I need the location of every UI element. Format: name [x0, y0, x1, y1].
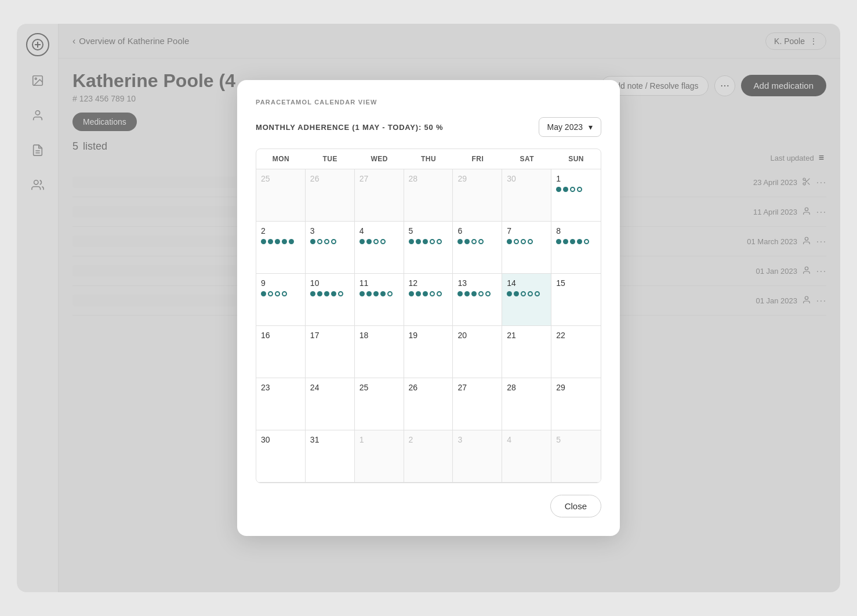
adherence-label: MONTHLY ADHERENCE (1 MAY - TODAY): 50 %	[256, 123, 443, 132]
calendar-day-number: 28	[409, 174, 448, 183]
calendar-cell[interactable]: 22	[551, 326, 601, 378]
calendar-cell[interactable]: 21	[502, 326, 551, 378]
filled-dot	[359, 239, 365, 244]
calendar-cell[interactable]: 2	[404, 430, 453, 483]
empty-dot	[282, 291, 287, 296]
empty-dot	[528, 291, 533, 296]
calendar-cell[interactable]: 5	[404, 222, 453, 274]
calendar-day-number: 14	[507, 278, 546, 288]
calendar-cell[interactable]: 30	[256, 430, 306, 483]
filled-dot	[275, 239, 280, 244]
calendar-day-number: 31	[310, 435, 350, 444]
empty-dot	[437, 291, 442, 296]
calendar-cell[interactable]: 5	[551, 430, 601, 483]
calendar-day-number: 30	[261, 435, 300, 444]
filled-dot	[324, 291, 329, 296]
calendar-cell[interactable]: 1	[551, 169, 601, 222]
calendar-day-number: 4	[507, 435, 546, 444]
empty-dot	[514, 239, 519, 244]
calendar-day-number: 27	[457, 383, 497, 392]
filled-dot	[409, 239, 414, 244]
calendar-cell[interactable]: 18	[355, 326, 404, 378]
calendar-cell[interactable]: 19	[404, 326, 453, 378]
calendar-cell[interactable]: 14	[502, 274, 551, 326]
calendar-cell[interactable]: 27	[453, 378, 502, 430]
calendar-cell[interactable]: 16	[256, 326, 306, 378]
month-selector[interactable]: May 2023 ▾	[539, 117, 601, 137]
calendar-day-number: 10	[310, 278, 350, 288]
empty-dot	[437, 239, 442, 244]
empty-dot	[331, 239, 336, 244]
calendar-cell[interactable]: 25	[256, 169, 306, 222]
filled-dot	[261, 291, 266, 296]
calendar-dots	[409, 239, 448, 244]
calendar-day-number: 17	[310, 331, 350, 340]
calendar-modal: PARACETAMOL CALENDAR VIEW MONTHLY ADHERE…	[237, 80, 620, 536]
empty-dot	[430, 239, 435, 244]
calendar-day-number: 16	[261, 331, 300, 340]
filled-dot	[310, 291, 315, 296]
empty-dot	[521, 239, 526, 244]
empty-dot	[268, 291, 273, 296]
filled-dot	[317, 291, 322, 296]
calendar-cell[interactable]: 29	[453, 169, 502, 222]
calendar-dots	[310, 239, 350, 244]
calendar-day-number: 29	[556, 383, 596, 392]
empty-dot	[275, 291, 280, 296]
calendar-cell[interactable]: 28	[404, 169, 453, 222]
filled-dot	[577, 239, 582, 244]
calendar-cell[interactable]: 30	[502, 169, 551, 222]
calendar-cell[interactable]: 8	[551, 222, 601, 274]
calendar-header: MONTUEWEDTHUFRISATSUN	[256, 149, 601, 169]
empty-dot	[317, 239, 322, 244]
calendar-day-number: 9	[261, 278, 300, 288]
filled-dot	[563, 187, 568, 192]
calendar-cell[interactable]: 29	[551, 378, 601, 430]
calendar-cell[interactable]: 31	[306, 430, 355, 483]
filled-dot	[416, 291, 421, 296]
calendar-cell[interactable]: 4	[355, 222, 404, 274]
filled-dot	[416, 239, 421, 244]
calendar-cell[interactable]: 2	[256, 222, 306, 274]
empty-dot	[478, 239, 484, 244]
calendar-cell[interactable]: 1	[355, 430, 404, 483]
calendar-cell[interactable]: 13	[453, 274, 502, 326]
calendar-cell[interactable]: 17	[306, 326, 355, 378]
calendar-cell[interactable]: 7	[502, 222, 551, 274]
calendar-cell[interactable]: 24	[306, 378, 355, 430]
calendar-cell[interactable]: 3	[306, 222, 355, 274]
calendar-cell[interactable]: 9	[256, 274, 306, 326]
calendar-day-number: 5	[409, 226, 448, 235]
calendar-day-header: FRI	[453, 149, 502, 169]
empty-dot	[485, 291, 491, 296]
calendar-cell[interactable]: 25	[355, 378, 404, 430]
calendar-cell[interactable]: 10	[306, 274, 355, 326]
filled-dot	[359, 291, 365, 296]
chevron-down-icon: ▾	[589, 122, 593, 132]
filled-dot	[556, 239, 561, 244]
calendar-cell[interactable]: 20	[453, 326, 502, 378]
calendar-cell[interactable]: 28	[502, 378, 551, 430]
filled-dot	[282, 239, 287, 244]
calendar-day-header: WED	[355, 149, 404, 169]
calendar-cell[interactable]: 12	[404, 274, 453, 326]
calendar-day-header: SAT	[502, 149, 551, 169]
calendar-dots	[507, 291, 546, 296]
calendar-cell[interactable]: 27	[355, 169, 404, 222]
empty-dot	[478, 291, 484, 296]
calendar-dots	[507, 239, 546, 244]
calendar-cell[interactable]: 15	[551, 274, 601, 326]
calendar-cell[interactable]: 4	[502, 430, 551, 483]
close-button[interactable]: Close	[550, 495, 601, 517]
adherence-header: MONTHLY ADHERENCE (1 MAY - TODAY): 50 % …	[256, 117, 601, 137]
calendar-dots	[556, 187, 596, 192]
filled-dot	[373, 291, 379, 296]
filled-dot	[310, 239, 315, 244]
calendar-cell[interactable]: 11	[355, 274, 404, 326]
filled-dot	[464, 291, 470, 296]
calendar-cell[interactable]: 26	[306, 169, 355, 222]
calendar-cell[interactable]: 6	[453, 222, 502, 274]
calendar-cell[interactable]: 26	[404, 378, 453, 430]
calendar-cell[interactable]: 3	[453, 430, 502, 483]
calendar-cell[interactable]: 23	[256, 378, 306, 430]
